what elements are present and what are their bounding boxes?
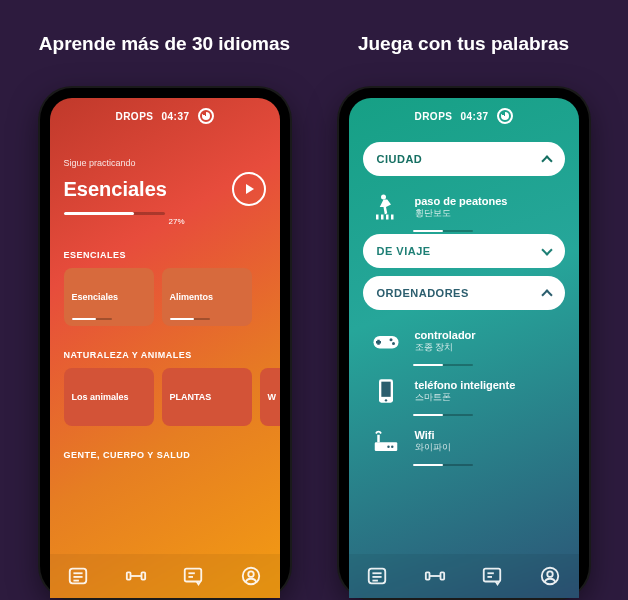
dumbbell-icon[interactable] <box>424 565 446 587</box>
timer-icon[interactable] <box>497 108 513 124</box>
category-pill-viaje[interactable]: DE VIAJE <box>363 234 565 268</box>
svg-rect-36 <box>484 569 501 582</box>
pedestrian-icon <box>369 190 403 224</box>
svg-point-40 <box>547 571 553 577</box>
word-sub: 횡단보도 <box>415 207 508 220</box>
word-sub: 조종 장치 <box>415 341 476 354</box>
svg-point-24 <box>384 399 386 401</box>
svg-rect-5 <box>141 572 145 579</box>
card-progress <box>72 318 112 320</box>
word-main: Wifi <box>415 429 451 441</box>
word-main: teléfono inteligente <box>415 379 516 391</box>
word-progress <box>413 364 473 366</box>
card-label: Esenciales <box>72 292 146 302</box>
dumbbell-icon[interactable] <box>125 565 147 587</box>
card-label: Alimentos <box>170 292 244 302</box>
navbar <box>349 554 579 598</box>
headline-left: Aprende más de 30 idiomas <box>39 20 290 68</box>
phone-frame-right: DROPS 04:37 CIUDAD paso de peatones 횡단보도 <box>339 88 589 598</box>
app-name: DROPS <box>115 111 153 122</box>
list-icon[interactable] <box>67 565 89 587</box>
topbar: DROPS 04:37 <box>50 98 280 134</box>
word-progress <box>413 230 473 232</box>
word-sub: 와이파이 <box>415 441 451 454</box>
topic-card[interactable]: Alimentos <box>162 268 252 326</box>
app-name: DROPS <box>414 111 452 122</box>
list-icon[interactable] <box>366 565 388 587</box>
chevron-up-icon <box>541 155 552 166</box>
svg-rect-7 <box>185 569 202 582</box>
card-progress <box>170 318 210 320</box>
word-main: paso de peatones <box>415 195 508 207</box>
profile-icon[interactable] <box>539 565 561 587</box>
word-row[interactable]: teléfono inteligente 스마트폰 <box>363 368 565 418</box>
svg-rect-14 <box>381 215 384 220</box>
headline-right: Juega con tus palabras <box>358 20 569 68</box>
category-pill-ciudad[interactable]: CIUDAD <box>363 142 565 176</box>
gamepad-icon <box>369 324 403 358</box>
svg-point-20 <box>389 338 392 341</box>
timer-text: 04:37 <box>161 111 189 122</box>
category-pill-ordenadores[interactable]: ORDENADORES <box>363 276 565 310</box>
svg-point-28 <box>387 445 390 448</box>
svg-rect-19 <box>376 341 381 344</box>
hero-title: Esenciales <box>64 178 167 201</box>
pill-label: ORDENADORES <box>377 287 469 299</box>
svg-rect-13 <box>376 215 379 220</box>
phone-frame-left: DROPS 04:37 Sigue practicando Esenciales… <box>40 88 290 598</box>
card-label: Los animales <box>72 392 146 402</box>
topic-card[interactable]: PLANTAS <box>162 368 252 426</box>
chevron-up-icon <box>541 289 552 300</box>
word-progress <box>413 414 473 416</box>
word-progress <box>413 464 473 466</box>
hero-progress <box>64 212 165 215</box>
wifi-router-icon <box>369 424 403 458</box>
navbar <box>50 554 280 598</box>
svg-rect-34 <box>440 572 444 579</box>
pill-label: CIUDAD <box>377 153 423 165</box>
smartphone-icon <box>369 374 403 408</box>
pill-label: DE VIAJE <box>377 245 431 257</box>
svg-point-12 <box>381 195 386 200</box>
svg-point-27 <box>391 445 394 448</box>
timer-icon[interactable] <box>198 108 214 124</box>
card-label: PLANTAS <box>170 392 244 402</box>
svg-rect-23 <box>381 382 390 397</box>
svg-rect-25 <box>374 442 397 451</box>
play-button[interactable] <box>232 172 266 206</box>
word-row[interactable]: Wifi 와이파이 <box>363 418 565 468</box>
card-label: W <box>268 392 280 402</box>
hero-subtitle: Sigue practicando <box>64 158 266 168</box>
topic-card[interactable]: Los animales <box>64 368 154 426</box>
word-row[interactable]: controlador 조종 장치 <box>363 318 565 368</box>
word-main: controlador <box>415 329 476 341</box>
word-row[interactable]: paso de peatones 횡단보도 <box>363 184 565 234</box>
section-label: NATURALEZA Y ANIMALES <box>64 350 266 360</box>
svg-point-11 <box>248 571 254 577</box>
screen-right: DROPS 04:37 CIUDAD paso de peatones 횡단보도 <box>349 98 579 598</box>
section-label: GENTE, CUERPO Y SALUD <box>64 450 266 460</box>
profile-icon[interactable] <box>240 565 262 587</box>
topic-card[interactable]: W <box>260 368 280 426</box>
topbar: DROPS 04:37 <box>349 98 579 134</box>
hero: Sigue practicando Esenciales 27% <box>64 158 266 226</box>
hero-progress-pct: 27% <box>169 217 266 226</box>
screen-left: DROPS 04:37 Sigue practicando Esenciales… <box>50 98 280 598</box>
section-label: ESENCIALES <box>64 250 266 260</box>
review-icon[interactable] <box>481 565 503 587</box>
svg-point-21 <box>392 342 395 345</box>
review-icon[interactable] <box>182 565 204 587</box>
timer-text: 04:37 <box>460 111 488 122</box>
svg-rect-33 <box>426 572 430 579</box>
word-sub: 스마트폰 <box>415 391 516 404</box>
svg-rect-4 <box>127 572 131 579</box>
svg-rect-15 <box>386 215 389 220</box>
svg-rect-16 <box>391 215 394 220</box>
topic-card[interactable]: Esenciales <box>64 268 154 326</box>
chevron-down-icon <box>541 244 552 255</box>
